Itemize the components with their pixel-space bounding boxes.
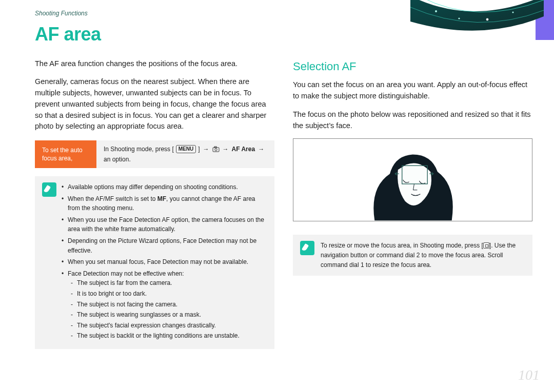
right-paragraph-2: The focus on the photo below was reposit… bbox=[293, 109, 532, 132]
svg-rect-4 bbox=[213, 148, 219, 152]
sub-note-item: The subject's facial expression changes … bbox=[68, 321, 267, 331]
instruction-row: To set the auto focus area, In Shooting … bbox=[35, 140, 274, 168]
right-column: Selection AF You can set the focus on an… bbox=[293, 58, 532, 349]
note-item-label: Face Detection may not be effective when… bbox=[68, 270, 184, 277]
breadcrumb: Shooting Functions bbox=[0, 0, 554, 18]
pen-icon bbox=[300, 241, 314, 255]
right-paragraph-1: You can set the focus on an area you wan… bbox=[293, 79, 532, 102]
arrow-icon: → bbox=[202, 145, 210, 154]
menu-icon: MENU bbox=[176, 145, 196, 153]
note-item: Depending on the Picture Wizard options,… bbox=[62, 236, 267, 255]
sub-note-item: The subject is wearing sunglasses or a m… bbox=[68, 310, 267, 320]
note-item: Available options may differ depending o… bbox=[62, 182, 267, 192]
note-item: When the AF/MF switch is set to MF, you … bbox=[62, 194, 267, 213]
arrow-icon: → bbox=[222, 145, 230, 154]
camera-icon bbox=[212, 146, 220, 153]
sub-note-item: The subject is backlit or the lighting c… bbox=[68, 331, 267, 341]
note-box-left: Available options may differ depending o… bbox=[35, 176, 274, 349]
page-title: AF area bbox=[0, 18, 554, 58]
note-text-pre: To resize or move the focus area, in Sho… bbox=[321, 242, 483, 249]
intro-paragraph-1: The AF area function changes the positio… bbox=[35, 58, 274, 70]
example-photo bbox=[293, 138, 532, 221]
note-text: To resize or move the focus area, in Sho… bbox=[321, 241, 525, 270]
note-item: When you set manual focus, Face Detectio… bbox=[62, 257, 267, 267]
page-number: 101 bbox=[518, 365, 540, 386]
instr-text-pre: In Shooting mode, press [ bbox=[104, 145, 174, 154]
section-heading: Selection AF bbox=[293, 58, 532, 75]
instr-text-mid: ] bbox=[198, 145, 200, 154]
instruction-body: In Shooting mode, press [ MENU ] → → AF … bbox=[96, 140, 274, 168]
arrow-icon: → bbox=[257, 145, 265, 154]
note-body: Available options may differ depending o… bbox=[62, 182, 267, 343]
note-item: When you use the Face Detection AF optio… bbox=[62, 215, 267, 234]
left-column: The AF area function changes the positio… bbox=[35, 58, 274, 349]
instruction-label: To set the auto focus area, bbox=[35, 140, 96, 168]
pen-icon bbox=[42, 182, 56, 197]
ok-button-icon bbox=[483, 242, 489, 249]
note-item: Face Detection may not be effective when… bbox=[62, 269, 267, 341]
svg-point-5 bbox=[214, 149, 216, 151]
instr-af-area: AF Area bbox=[232, 145, 255, 154]
sub-note-item: It is too bright or too dark. bbox=[68, 289, 267, 299]
sub-note-item: The subject is far from the camera. bbox=[68, 278, 267, 288]
svg-rect-6 bbox=[214, 147, 216, 148]
intro-paragraph-2: Generally, cameras focus on the nearest … bbox=[35, 76, 274, 132]
note-box-right: To resize or move the focus area, in Sho… bbox=[293, 235, 532, 276]
sub-note-item: The subject is not facing the camera. bbox=[68, 300, 267, 310]
instr-text-post: an option. bbox=[104, 155, 131, 164]
